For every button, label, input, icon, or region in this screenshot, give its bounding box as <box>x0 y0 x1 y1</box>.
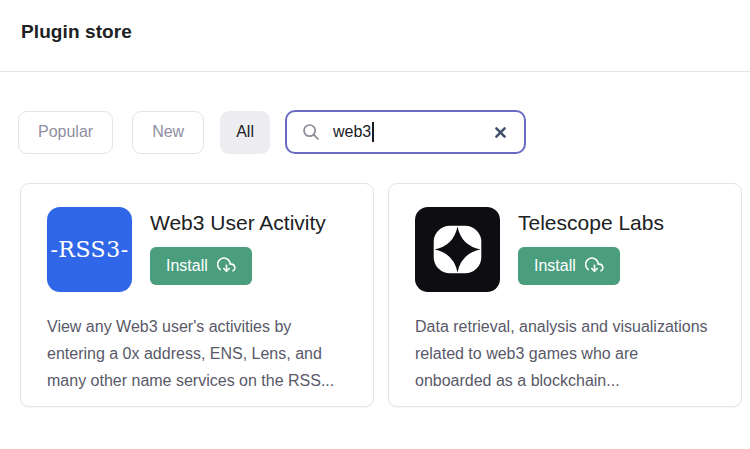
card-top: Telescope Labs Install <box>415 207 715 292</box>
rss3-logo-text: -RSS3- <box>50 237 128 262</box>
search-icon <box>301 122 321 142</box>
card-top: -RSS3- Web3 User Activity Install <box>47 207 347 292</box>
plugin-description: View any Web3 user's activities by enter… <box>47 313 347 394</box>
plugin-title: Web3 User Activity <box>150 210 326 236</box>
x-icon <box>493 125 508 140</box>
download-cloud-icon <box>585 257 604 276</box>
clear-search-button[interactable] <box>491 123 510 142</box>
filter-toolbar: Popular New All web3 <box>18 110 750 154</box>
sparkle-icon <box>415 207 500 292</box>
filter-new[interactable]: New <box>132 111 204 154</box>
search-box[interactable]: web3 <box>285 110 526 154</box>
download-cloud-icon <box>217 257 236 276</box>
install-button[interactable]: Install <box>518 247 620 285</box>
plugin-description: Data retrieval, analysis and visualizati… <box>415 313 715 394</box>
plugin-card-grid: -RSS3- Web3 User Activity Install View a… <box>20 183 742 407</box>
header-divider <box>0 71 750 72</box>
page-title: Plugin store <box>21 21 730 43</box>
text-caret <box>372 122 374 142</box>
telescope-labs-logo-icon <box>415 207 500 292</box>
filter-all[interactable]: All <box>220 111 270 154</box>
card-head: Web3 User Activity Install <box>150 207 326 285</box>
install-button[interactable]: Install <box>150 247 252 285</box>
install-label: Install <box>166 257 208 275</box>
install-label: Install <box>534 257 576 275</box>
search-input[interactable]: web3 <box>333 123 371 141</box>
card-head: Telescope Labs Install <box>518 207 664 285</box>
page-header: Plugin store <box>0 0 750 43</box>
plugin-card-telescope-labs: Telescope Labs Install Data retrieval, a… <box>388 183 742 407</box>
plugin-title: Telescope Labs <box>518 210 664 236</box>
rss3-logo-icon: -RSS3- <box>47 207 132 292</box>
plugin-card-web3-user-activity: -RSS3- Web3 User Activity Install View a… <box>20 183 374 407</box>
filter-popular[interactable]: Popular <box>18 111 113 154</box>
plugin-store-page: Plugin store Popular New All web3 <box>0 0 750 449</box>
